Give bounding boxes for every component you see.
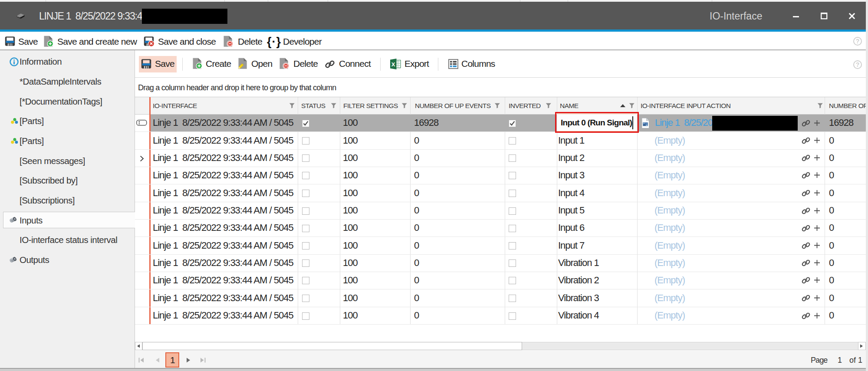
svg-text:X: X: [391, 61, 395, 68]
